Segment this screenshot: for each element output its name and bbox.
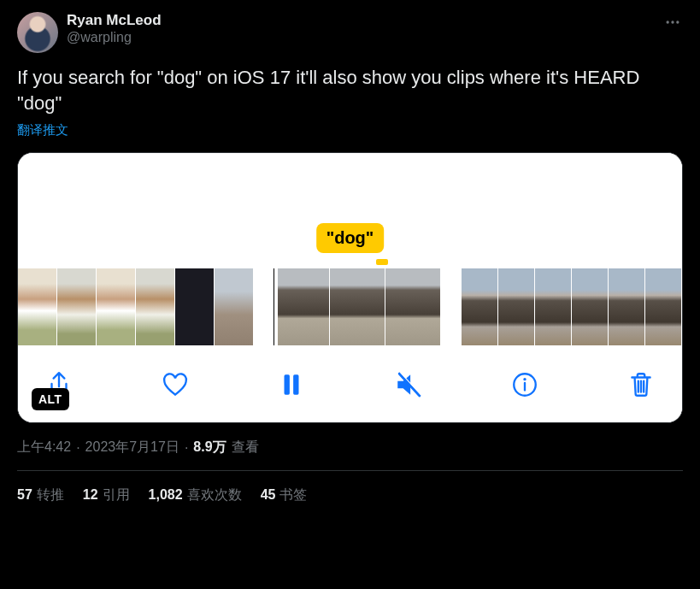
clip-thumb[interactable] [330, 268, 385, 345]
tweet-header: Ryan McLeod @warpling [17, 12, 683, 53]
search-tick-marker [376, 259, 388, 265]
clip-thumb[interactable] [215, 268, 253, 345]
clip-thumb[interactable] [609, 268, 644, 345]
alt-badge[interactable]: ALT [32, 388, 69, 410]
stat-count: 1,082 [149, 487, 183, 502]
post-date[interactable]: 2023年7月17日 [85, 439, 179, 456]
clip-thumb[interactable] [498, 268, 534, 345]
pause-button[interactable] [274, 368, 309, 402]
clip-group-1[interactable] [18, 268, 253, 347]
clip-thumb[interactable] [645, 268, 681, 345]
stat-count: 12 [83, 487, 98, 502]
stat-label: 喜欢次数 [187, 487, 242, 502]
stat-label: 书签 [279, 487, 307, 502]
clip-thumb[interactable] [136, 268, 174, 345]
stat-likes[interactable]: 1,082喜欢次数 [149, 486, 242, 504]
stat-count: 45 [261, 487, 276, 502]
meta-separator: · [185, 440, 188, 456]
tweet-text: If you search for "dog" on iOS 17 it'll … [17, 65, 683, 115]
meta-separator: · [76, 440, 79, 456]
clip-thumb[interactable] [274, 268, 329, 345]
clip-thumb[interactable] [535, 268, 571, 345]
stat-bookmarks[interactable]: 45书签 [261, 486, 308, 504]
clip-timeline[interactable] [18, 268, 682, 352]
more-button[interactable] [657, 7, 688, 38]
clip-thumb[interactable] [385, 268, 440, 345]
info-button[interactable] [508, 368, 542, 402]
svg-point-2 [676, 21, 679, 23]
translate-link[interactable]: 翻译推文 [17, 122, 68, 138]
like-button[interactable] [158, 368, 192, 402]
trash-icon [626, 370, 656, 399]
heart-icon [161, 370, 190, 399]
views-label: 查看 [232, 439, 259, 456]
media-card[interactable]: "dog" [17, 152, 683, 423]
stat-count: 57 [17, 487, 32, 502]
stats-row: 57转推 12引用 1,082喜欢次数 45书签 [17, 471, 683, 504]
user-block: Ryan McLeod @warpling [67, 12, 649, 45]
mute-button[interactable] [391, 368, 426, 402]
svg-point-6 [523, 378, 526, 380]
info-icon [510, 370, 539, 399]
pause-icon [277, 370, 306, 399]
speaker-muted-icon [394, 370, 423, 399]
media-toolbar [18, 352, 682, 422]
more-icon [664, 14, 681, 31]
delete-button[interactable] [624, 368, 658, 402]
display-name[interactable]: Ryan McLeod [67, 12, 649, 29]
clip-thumb[interactable] [18, 268, 56, 345]
tweet-container: Ryan McLeod @warpling If you search for … [0, 0, 700, 504]
meta-row: 上午4:42 · 2023年7月17日 · 8.9万 查看 [17, 439, 683, 456]
svg-point-1 [671, 21, 674, 23]
media-preview-top: "dog" [18, 153, 682, 268]
clip-thumb[interactable] [572, 268, 608, 345]
clip-thumb[interactable] [57, 268, 96, 345]
stat-label: 转推 [37, 487, 64, 502]
svg-point-0 [667, 21, 669, 23]
clip-thumb[interactable] [175, 268, 214, 345]
stat-retweets[interactable]: 57转推 [17, 486, 64, 504]
user-handle[interactable]: @warpling [67, 30, 649, 45]
clip-thumb[interactable] [462, 268, 497, 345]
stat-label: 引用 [103, 487, 130, 502]
svg-rect-3 [285, 375, 290, 395]
avatar[interactable] [17, 12, 58, 53]
views-count: 8.9万 [193, 439, 226, 456]
post-time[interactable]: 上午4:42 [17, 439, 71, 456]
clip-group-3[interactable] [462, 268, 681, 347]
clip-thumb[interactable] [97, 268, 135, 345]
search-chip: "dog" [316, 223, 385, 253]
svg-rect-4 [294, 375, 299, 395]
stat-quotes[interactable]: 12引用 [83, 486, 130, 504]
clip-group-2[interactable] [274, 268, 440, 347]
